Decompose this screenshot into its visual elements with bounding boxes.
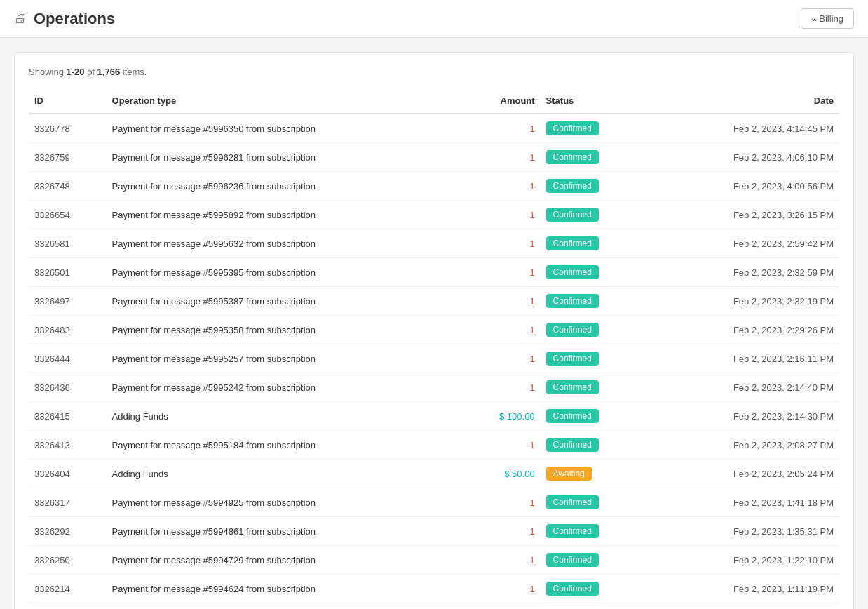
row-status: Confirmed [541,114,647,143]
row-id: 3326415 [29,402,107,431]
row-date: Feb 2, 2023, 4:00:56 PM [646,172,839,201]
row-status: Confirmed [541,431,647,460]
row-date: Feb 2, 2023, 2:32:59 PM [646,258,839,287]
row-date: Feb 2, 2023, 2:32:19 PM [646,287,839,316]
row-id: 3326759 [29,143,107,172]
row-id: 3326250 [29,546,107,575]
row-status: Confirmed [541,575,647,603]
operations-icon: 🖨 [14,11,27,26]
row-amount: $ 100.00 [463,402,541,431]
row-id: 3326483 [29,316,107,344]
row-status: Confirmed [541,373,647,402]
row-amount: 1 [463,316,541,344]
row-id: 3326581 [29,229,107,258]
row-amount: 1 [463,344,541,373]
row-operation: Payment for message #5996281 from subscr… [107,143,463,172]
row-operation: Payment for message #5994516 from subscr… [107,603,463,610]
row-date: Feb 2, 2023, 3:26:15 PM [646,201,839,229]
table-body: 3326778 Payment for message #5996350 fro… [29,114,839,609]
row-status: Confirmed [541,546,647,575]
row-id: 3326317 [29,488,107,517]
row-date: Feb 2, 2023, 4:06:10 PM [646,143,839,172]
row-date: Feb 2, 2023, 2:14:30 PM [646,402,839,431]
header-left: 🖨 Operations [14,10,115,28]
row-status: Confirmed [541,488,647,517]
table-row: 3326317 Payment for message #5994925 fro… [29,488,839,517]
row-date: Feb 2, 2023, 4:14:45 PM [646,114,839,143]
row-operation: Payment for message #5994925 from subscr… [107,488,463,517]
row-amount: 1 [463,517,541,546]
row-amount: $ 50.00 [463,460,541,488]
row-operation: Payment for message #5996236 from subscr… [107,172,463,201]
table-row: 3326436 Payment for message #5995242 fro… [29,373,839,402]
table-header: ID Operation type Amount Status Date [29,88,839,114]
operations-card: Showing 1-20 of 1,766 items. ID Operatio… [14,52,854,609]
row-id: 3326748 [29,172,107,201]
table-row: 3326444 Payment for message #5995257 fro… [29,344,839,373]
row-amount: 1 [463,143,541,172]
row-operation: Payment for message #5995632 from subscr… [107,229,463,258]
table-row: 3326501 Payment for message #5995395 fro… [29,258,839,287]
row-status: Confirmed [541,172,647,201]
row-status: Confirmed [541,143,647,172]
row-amount: 1 [463,546,541,575]
main-content: Showing 1-20 of 1,766 items. ID Operatio… [0,38,868,609]
row-operation: Payment for message #5995387 from subscr… [107,287,463,316]
row-id: 3326778 [29,114,107,143]
page-title: Operations [34,10,115,28]
row-id: 3326404 [29,460,107,488]
row-status: Confirmed [541,402,647,431]
row-status: Confirmed [541,229,647,258]
table-row: 3326404 Adding Funds $ 50.00 Awaiting Fe… [29,460,839,488]
of-label: of [85,67,97,77]
row-date: Feb 2, 2023, 1:35:31 PM [646,517,839,546]
page-header: 🖨 Operations « Billing [0,0,868,38]
row-amount: 1 [463,373,541,402]
table-row: 3326778 Payment for message #5996350 fro… [29,114,839,143]
row-amount: 1 [463,431,541,460]
billing-button[interactable]: « Billing [801,8,854,29]
row-date: Feb 2, 2023, 2:05:24 PM [646,460,839,488]
col-status: Status [541,88,647,114]
row-date: Feb 2, 2023, 2:14:40 PM [646,373,839,402]
row-status: Confirmed [541,287,647,316]
table-row: 3326415 Adding Funds $ 100.00 Confirmed … [29,402,839,431]
items-label: items. [120,67,147,77]
showing-info: Showing 1-20 of 1,766 items. [29,67,839,77]
table-row: 3326497 Payment for message #5995387 fro… [29,287,839,316]
showing-range: 1-20 [66,67,84,77]
row-operation: Payment for message #5995395 from subscr… [107,258,463,287]
col-amount: Amount [463,88,541,114]
row-operation: Adding Funds [107,460,463,488]
row-status: Confirmed [541,517,647,546]
row-date: Feb 2, 2023, 2:08:27 PM [646,431,839,460]
row-operation: Payment for message #5994624 from subscr… [107,575,463,603]
table-row: 3326181 Payment for message #5994516 fro… [29,603,839,610]
row-operation: Payment for message #5995257 from subscr… [107,344,463,373]
col-date: Date [646,88,839,114]
row-operation: Payment for message #5996350 from subscr… [107,114,463,143]
row-date: Feb 2, 2023, 2:59:42 PM [646,229,839,258]
row-amount: 1 [463,114,541,143]
row-amount: 1 [463,287,541,316]
row-id: 3326214 [29,575,107,603]
row-amount: 1 [463,488,541,517]
row-status: Confirmed [541,258,647,287]
row-id: 3326292 [29,517,107,546]
row-operation: Payment for message #5995242 from subscr… [107,373,463,402]
row-date: Feb 2, 2023, 1:00:27 PM [646,603,839,610]
row-id: 3326654 [29,201,107,229]
row-date: Feb 2, 2023, 2:29:26 PM [646,316,839,344]
row-status: Awaiting [541,460,647,488]
row-id: 3326444 [29,344,107,373]
row-date: Feb 2, 2023, 1:22:10 PM [646,546,839,575]
row-amount: 1 [463,229,541,258]
showing-label: Showing [29,67,66,77]
row-id: 3326497 [29,287,107,316]
table-row: 3326748 Payment for message #5996236 fro… [29,172,839,201]
row-amount: 1 [463,201,541,229]
row-operation: Payment for message #5995892 from subscr… [107,201,463,229]
row-date: Feb 2, 2023, 1:11:19 PM [646,575,839,603]
row-operation: Payment for message #5994729 from subscr… [107,546,463,575]
row-status: Confirmed [541,603,647,610]
